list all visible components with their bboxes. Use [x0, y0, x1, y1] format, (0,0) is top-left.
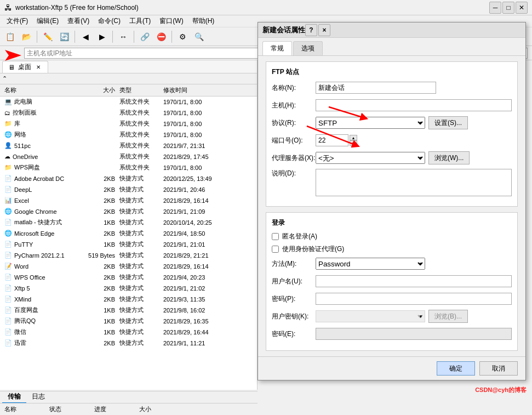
tab-close-button[interactable]: ✕ [35, 64, 42, 71]
file-type: 系统文件夹 [117, 120, 161, 128]
file-size: 2KB [79, 197, 117, 204]
file-icon: 📄 [4, 295, 12, 303]
list-item[interactable]: 📄 百度网盘 1KB 快捷方式 2021/9/8, 16:02 [0, 305, 257, 316]
dialog-tab-options[interactable]: 选项 [293, 41, 323, 55]
toolbar-refresh[interactable]: 🔄 [56, 29, 72, 44]
list-item[interactable]: 📄 XMind 2KB 快捷方式 2021/9/3, 11:35 [0, 294, 257, 305]
file-name: 📁 WPS网盘 [2, 163, 79, 172]
settings-button[interactable]: 设置(S)... [428, 116, 468, 129]
file-icon: 📄 [4, 186, 12, 193]
file-date: 2020/10/14, 20:25 [161, 219, 243, 226]
list-item[interactable]: 👤 511pc 系统文件夹 2021/9/7, 21:31 [0, 140, 257, 151]
file-name: 📄 WPS Office [2, 274, 79, 281]
host-input[interactable] [316, 99, 512, 111]
password-input[interactable] [316, 293, 512, 305]
app-name: workstation [15, 4, 49, 12]
toolbar-connect[interactable]: 🔗 [137, 29, 152, 44]
list-item[interactable]: 💻 此电脑 系统文件夹 1970/1/1, 8:00 [0, 96, 257, 107]
name-input[interactable] [316, 82, 436, 94]
file-type: 快捷方式 [117, 185, 161, 194]
list-item[interactable]: 📄 matlab - 快捷方式 1KB 快捷方式 2020/10/14, 20:… [0, 217, 257, 228]
tab-desktop[interactable]: 🖥 桌面 ✕ [2, 61, 48, 73]
toolbar-search[interactable]: 🔍 [191, 29, 207, 44]
file-type: 系统文件夹 [117, 130, 161, 139]
file-date: 2021/8/29, 21:21 [161, 252, 243, 259]
menu-view[interactable]: 查看(V) [63, 15, 94, 27]
port-down-button[interactable]: ▼ [350, 140, 357, 146]
minimize-button[interactable]: ─ [489, 2, 501, 14]
col-header-size[interactable]: 大小 [79, 86, 117, 94]
protocol-label: 协议(R): [272, 118, 316, 128]
userkey-select[interactable] [316, 310, 425, 322]
menu-tools[interactable]: 工具(T) [125, 15, 155, 27]
toolbar-separator-4 [134, 31, 134, 43]
menu-help[interactable]: 帮助(H) [188, 15, 219, 27]
list-item[interactable]: 📊 Excel 2KB 快捷方式 2021/8/29, 16:14 [0, 195, 257, 206]
file-type: 快捷方式 [117, 240, 161, 248]
dialog-tab-general[interactable]: 常规 [262, 41, 292, 55]
proxy-row: 代理服务器(X): <无> ▼ 浏览(W)... [272, 151, 512, 164]
list-item[interactable]: 📄 DeepL 2KB 快捷方式 2021/9/1, 20:46 [0, 184, 257, 195]
toolbar-back[interactable]: ◀ [78, 29, 93, 44]
list-item[interactable]: 🌐 Google Chrome 2KB 快捷方式 2021/9/1, 21:09 [0, 206, 257, 217]
list-item[interactable]: 📄 WPS Office 2KB 快捷方式 2021/9/4, 20:23 [0, 272, 257, 283]
close-button[interactable]: ✕ [516, 2, 528, 14]
file-name: 📄 Adobe Acrobat DC [2, 175, 79, 182]
list-item[interactable]: 📁 库 系统文件夹 1970/1/1, 8:00 [0, 118, 257, 129]
col-header-date[interactable]: 修改时间 [161, 86, 243, 94]
proxy-select[interactable]: <无> [316, 152, 425, 164]
protocol-select[interactable]: SFTP FTP FTPS [316, 117, 425, 129]
proxy-auth-checkbox[interactable] [272, 246, 279, 253]
toolbar-forward[interactable]: ▶ [94, 29, 110, 44]
list-item[interactable]: 📄 Adobe Acrobat DC 2KB 快捷方式 2020/12/25, … [0, 173, 257, 184]
menu-window[interactable]: 窗口(W) [155, 15, 187, 27]
toolbar-edit[interactable]: ✏️ [40, 29, 55, 44]
list-item[interactable]: 📁 WPS网盘 系统文件夹 1970/1/1, 8:00 [0, 162, 257, 173]
browse-button[interactable]: 浏览(W)... [428, 151, 470, 164]
list-item[interactable]: 📄 Xftp 5 2KB 快捷方式 2021/9/1, 21:02 [0, 283, 257, 294]
col-header-type[interactable]: 类型 [117, 86, 161, 94]
list-item[interactable]: 📝 Word 2KB 快捷方式 2021/8/29, 16:14 [0, 261, 257, 272]
file-size: 2KB [79, 230, 117, 237]
list-item[interactable]: 📄 腾讯QQ 1KB 快捷方式 2021/8/29, 16:35 [0, 316, 257, 327]
list-item[interactable]: 📄 迅雷 2KB 快捷方式 2021/9/1, 11:21 [0, 338, 257, 349]
col-header-name[interactable]: 名称 [2, 86, 79, 94]
status-tab-transfer[interactable]: 传输 [2, 391, 26, 403]
file-icon: 🗂 [4, 110, 10, 116]
cancel-button[interactable]: 取消 [479, 361, 518, 376]
toolbar-open[interactable]: 📂 [19, 29, 34, 44]
toolbar-transfer[interactable]: ↔ [116, 29, 131, 44]
list-item[interactable]: 📄 微信 1KB 快捷方式 2021/8/29, 16:44 [0, 327, 257, 338]
dialog-help-button[interactable]: ? [305, 24, 317, 36]
list-item[interactable]: 🗂 控制面板 系统文件夹 1970/1/1, 8:00 [0, 107, 257, 118]
file-type: 系统文件夹 [117, 141, 161, 150]
port-up-button[interactable]: ▲ [350, 135, 357, 140]
toolbar-separator-2 [75, 31, 75, 43]
list-item[interactable]: 📄 PyCharm 2021.2.1 519 Bytes 快捷方式 2021/8… [0, 250, 257, 261]
status-tab-log[interactable]: 日志 [26, 391, 50, 403]
dialog-close-button[interactable]: × [318, 24, 330, 36]
passphrase-input[interactable] [316, 328, 512, 340]
list-item[interactable]: 📄 PuTTY 1KB 快捷方式 2021/9/1, 21:01 [0, 239, 257, 250]
username-input[interactable] [316, 275, 512, 287]
toolbar-new-session[interactable]: 📋 [2, 29, 18, 44]
port-input[interactable] [316, 134, 348, 146]
toolbar-settings[interactable]: ⚙ [175, 29, 190, 44]
method-select[interactable]: Password Public Key Keyboard Interactive [316, 258, 425, 270]
menu-file[interactable]: 文件(F) [2, 15, 32, 27]
maximize-button[interactable]: □ [502, 2, 514, 14]
list-item[interactable]: 🌐 网络 系统文件夹 1970/1/1, 8:00 [0, 129, 257, 140]
list-item[interactable]: ☁ OneDrive 系统文件夹 2021/8/29, 17:45 [0, 151, 257, 162]
ok-button[interactable]: 确定 [437, 361, 475, 376]
menu-command[interactable]: 命令(C) [94, 15, 125, 27]
port-label: 端口号(O): [272, 136, 316, 145]
menu-edit[interactable]: 编辑(E) [32, 15, 63, 27]
description-input[interactable] [316, 169, 512, 196]
browse-key-button[interactable]: 浏览(B)... [428, 310, 468, 323]
file-type: 系统文件夹 [117, 109, 161, 117]
list-item[interactable]: 🌐 Microsoft Edge 2KB 快捷方式 2021/9/4, 18:5… [0, 228, 257, 239]
tab-label: 桌面 [18, 62, 31, 72]
toolbar-disconnect[interactable]: ⛔ [153, 29, 169, 44]
file-size: 1KB [79, 241, 117, 248]
anonymous-checkbox[interactable] [272, 233, 279, 240]
